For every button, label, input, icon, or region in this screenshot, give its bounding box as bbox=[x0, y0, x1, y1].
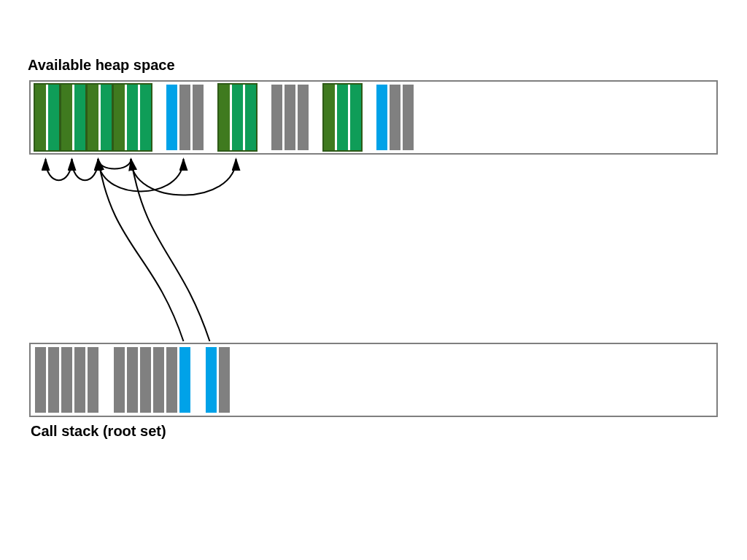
stack-cell bbox=[74, 347, 85, 413]
heap-cell bbox=[376, 85, 387, 150]
pointer-arrow bbox=[72, 159, 98, 180]
heap-cell bbox=[61, 85, 72, 150]
heap-cell bbox=[179, 85, 190, 150]
stack-label: Call stack (root set) bbox=[31, 423, 166, 440]
heap-label: Available heap space bbox=[28, 57, 175, 74]
heap-cell bbox=[88, 85, 98, 150]
heap-cell bbox=[350, 85, 361, 150]
stack-cell bbox=[114, 347, 125, 413]
pointer-arrow bbox=[98, 159, 184, 341]
stack-cell bbox=[48, 347, 59, 413]
heap-cell bbox=[114, 85, 125, 150]
heap-cell bbox=[193, 85, 204, 150]
heap-cell bbox=[245, 85, 256, 150]
stack-cell bbox=[140, 347, 151, 413]
stack-cell bbox=[88, 347, 98, 413]
heap-cell bbox=[74, 85, 85, 150]
stack-cell bbox=[179, 347, 190, 413]
stack-cell bbox=[153, 347, 164, 413]
stack-cell bbox=[127, 347, 138, 413]
heap-cell bbox=[166, 85, 177, 150]
pointer-arrow bbox=[131, 159, 236, 195]
heap-cell bbox=[390, 85, 400, 150]
stack-cell bbox=[61, 347, 72, 413]
heap-cell bbox=[403, 85, 414, 150]
stack-cell bbox=[219, 347, 230, 413]
heap-cell bbox=[101, 85, 112, 150]
heap-cell bbox=[337, 85, 348, 150]
heap-cell bbox=[232, 85, 243, 150]
heap-cell bbox=[140, 85, 151, 150]
heap-cell bbox=[127, 85, 138, 150]
diagram-root: Available heap space Call stack (root se… bbox=[0, 0, 747, 560]
heap-cell bbox=[48, 85, 59, 150]
pointer-arrow bbox=[98, 159, 131, 169]
heap-cell bbox=[35, 85, 46, 150]
pointer-arrow bbox=[131, 159, 210, 341]
heap-cell bbox=[298, 85, 309, 150]
heap-cell bbox=[219, 85, 230, 150]
heap-bar bbox=[29, 80, 718, 155]
pointer-arrow bbox=[46, 159, 72, 180]
stack-cell bbox=[206, 347, 217, 413]
stack-bar bbox=[29, 343, 718, 417]
heap-cell bbox=[271, 85, 282, 150]
stack-cell bbox=[35, 347, 46, 413]
pointer-arrow bbox=[98, 159, 184, 191]
stack-cell bbox=[166, 347, 177, 413]
heap-cell bbox=[285, 85, 295, 150]
heap-cell bbox=[324, 85, 335, 150]
